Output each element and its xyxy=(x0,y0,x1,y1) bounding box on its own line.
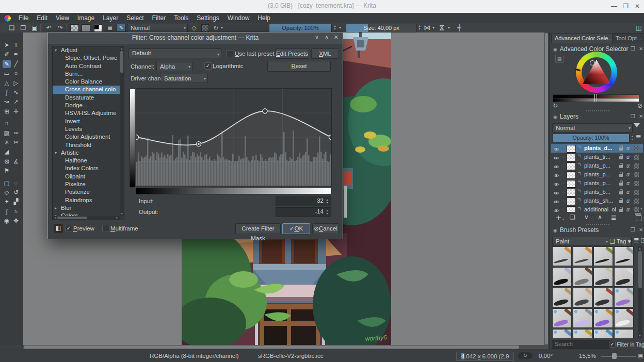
reset-button[interactable]: Reset xyxy=(267,61,331,72)
menu-filter[interactable]: Filter xyxy=(148,13,170,23)
filter-item-desaturate[interactable]: Desaturate xyxy=(53,94,124,102)
layer-alpha-icon[interactable]: α xyxy=(626,206,630,212)
filter-item-burn[interactable]: Burn... xyxy=(53,70,124,78)
preset-combo[interactable]: Default▾ xyxy=(128,48,221,58)
move-layer-down-button[interactable]: ∨ xyxy=(584,213,589,221)
layer-row[interactable]: ∟↰plants_b...α xyxy=(551,188,643,196)
layer-row[interactable]: ∟↰plants_tr...α xyxy=(551,153,643,161)
brush-preset-tile[interactable] xyxy=(614,267,634,287)
mirror-vertical-icon[interactable]: ⋈ xyxy=(437,24,446,32)
brush-preset-tile[interactable] xyxy=(593,308,613,328)
filter-item-levels[interactable]: Levels xyxy=(53,125,124,133)
brush-list-view-icon[interactable]: ≣ xyxy=(634,236,639,244)
filter-in-tag-checkbox[interactable]: ✓ xyxy=(609,341,616,348)
ellipse-tool-icon[interactable]: ○ xyxy=(12,69,20,77)
layer-scroll-down-icon[interactable]: ▼ xyxy=(640,207,643,210)
layer-row[interactable]: ∟↰plants_d...α xyxy=(551,144,643,153)
reload-dropdown-icon[interactable]: ▾ xyxy=(220,23,224,32)
layer-visibility-icon[interactable] xyxy=(553,190,559,197)
layer-filter-funnel-icon[interactable] xyxy=(634,123,640,127)
layer-visibility-icon[interactable] xyxy=(553,181,559,188)
filter-item-pixelize[interactable]: Pixelize xyxy=(53,180,124,188)
tree-caret-icon[interactable]: ▾ xyxy=(55,46,57,54)
magnetic-select-tool-icon[interactable]: ≈ xyxy=(12,207,20,216)
freehand-select-tool-icon[interactable]: ↺ xyxy=(12,188,20,196)
dock-resize-handle[interactable] xyxy=(586,110,609,111)
similar-select-tool-icon[interactable]: ▞ xyxy=(12,198,20,206)
layer-row[interactable]: ∟↰plants_p...α xyxy=(551,170,643,179)
add-layer-button[interactable]: ＋ xyxy=(554,211,563,223)
close-docker-icon[interactable]: ✕ xyxy=(639,46,643,52)
menu-tools[interactable]: Tools xyxy=(170,13,192,23)
brush-grid-scrollbar[interactable]: ▲ ▼ xyxy=(638,246,642,338)
edit-shapes-tool-icon[interactable]: ✐ xyxy=(3,50,11,58)
layer-alpha-channel-icon[interactable] xyxy=(634,199,639,204)
canvas-vscrollbar[interactable] xyxy=(544,32,549,349)
output-spinbox[interactable]: -14 ▴▾ xyxy=(276,207,331,217)
layer-row[interactable]: ∟↰plants_p...α xyxy=(551,161,643,170)
layer-alpha-channel-icon[interactable] xyxy=(634,155,639,160)
mirror-v-dropdown-icon[interactable]: ▾ xyxy=(447,23,451,32)
layer-name[interactable]: plants_p... xyxy=(584,162,616,169)
tree-caret-icon[interactable]: ▸ xyxy=(55,204,57,212)
smart-patch-tool-icon[interactable]: ✂ xyxy=(12,138,20,146)
mirror-horizontal-icon[interactable]: ⋈ xyxy=(423,23,431,32)
tab-advanced-color-selector[interactable]: Advanced Color Sele... xyxy=(551,33,614,43)
xml-button[interactable]: XML xyxy=(311,48,339,59)
brush-preset-tile[interactable] xyxy=(573,329,592,338)
minimize-icon[interactable]: — xyxy=(611,3,617,10)
rectangle-tool-icon[interactable]: ▭ xyxy=(3,69,11,77)
opacity-dropdown-icon[interactable]: ▾ xyxy=(338,23,342,32)
menu-layer[interactable]: Layer xyxy=(99,13,122,23)
menu-file[interactable]: File xyxy=(14,13,33,23)
layer-alpha-channel-icon[interactable] xyxy=(634,181,639,186)
brush-preset-tile[interactable] xyxy=(593,329,613,338)
brush-preset-tile[interactable] xyxy=(552,308,572,328)
brush-preset-tile[interactable] xyxy=(614,288,634,307)
filter-item-posterize[interactable]: Posterize xyxy=(53,188,124,196)
brush-preset-tile[interactable] xyxy=(593,288,613,307)
enclose-fill-tool-icon[interactable]: ⊠ xyxy=(3,157,11,166)
menu-select[interactable]: Select xyxy=(122,13,148,23)
brush-preset-tile[interactable] xyxy=(573,267,592,287)
layer-name[interactable]: plants_p... xyxy=(584,171,616,177)
filter-item-threshold[interactable]: Threshold xyxy=(53,141,124,149)
input-spinbox[interactable]: 32 ▴▾ xyxy=(276,196,331,206)
curve-point-0[interactable] xyxy=(136,135,139,140)
select-shapes-tool-icon[interactable]: ➤ xyxy=(3,41,11,49)
multiframe-checkbox[interactable] xyxy=(102,225,109,232)
bezier-select-tool-icon[interactable]: ∫ xyxy=(3,207,11,216)
dock-resize-handle[interactable] xyxy=(586,224,609,225)
pan-tool-icon[interactable]: ✥ xyxy=(12,217,20,225)
filter-item-raindrops[interactable]: Raindrops xyxy=(53,196,124,204)
dock-splitter[interactable] xyxy=(549,32,550,350)
tree-vscrollbar[interactable]: ▴▾ xyxy=(120,46,124,216)
duplicate-layer-button[interactable]: ❏ xyxy=(570,213,575,221)
zoom-tool-icon[interactable]: ◉ xyxy=(3,217,11,225)
zoom-slider-handle[interactable] xyxy=(612,353,617,359)
layer-name[interactable]: additional_ob... xyxy=(584,206,616,212)
layer-thumbnail[interactable] xyxy=(567,171,576,179)
preview-checkbox[interactable]: ✓ xyxy=(65,225,72,232)
multibrush-tool-icon[interactable]: ➚ xyxy=(12,97,20,106)
ok-button[interactable]: ✓OK xyxy=(282,223,310,234)
save-icon[interactable]: ▣ xyxy=(30,23,39,32)
text-tool-icon[interactable]: T xyxy=(12,41,20,49)
create-filter-mask-button[interactable]: Create Filter Mask xyxy=(235,223,281,234)
brush-preset-icon[interactable]: ✎ xyxy=(117,24,126,32)
brush-storage-icon[interactable]: ◳ xyxy=(640,237,644,243)
brush-category-combo[interactable]: Paint▾ xyxy=(552,237,610,246)
canvas-rotation-icon[interactable]: ↻ xyxy=(518,352,533,359)
layer-alpha-icon[interactable]: α xyxy=(626,189,630,195)
layer-name[interactable]: plants_tr... xyxy=(584,154,616,160)
fullscreen-icon[interactable]: ▣ xyxy=(638,352,643,359)
selector-settings-icon[interactable]: ▤ xyxy=(555,55,564,63)
gradient-tool-icon[interactable]: ▨ xyxy=(3,129,11,137)
filter-item-halftone[interactable]: Halftone xyxy=(53,157,124,164)
delete-layer-button[interactable] xyxy=(636,215,641,221)
brush-preset-tile[interactable] xyxy=(552,267,572,287)
mirror-h-dropdown-icon[interactable]: ▾ xyxy=(431,23,436,32)
brush-preset-tile[interactable] xyxy=(552,246,572,266)
layer-name[interactable]: plants_sh... xyxy=(584,198,616,204)
bezier-curve-tool-icon[interactable]: ∫ xyxy=(3,88,11,96)
